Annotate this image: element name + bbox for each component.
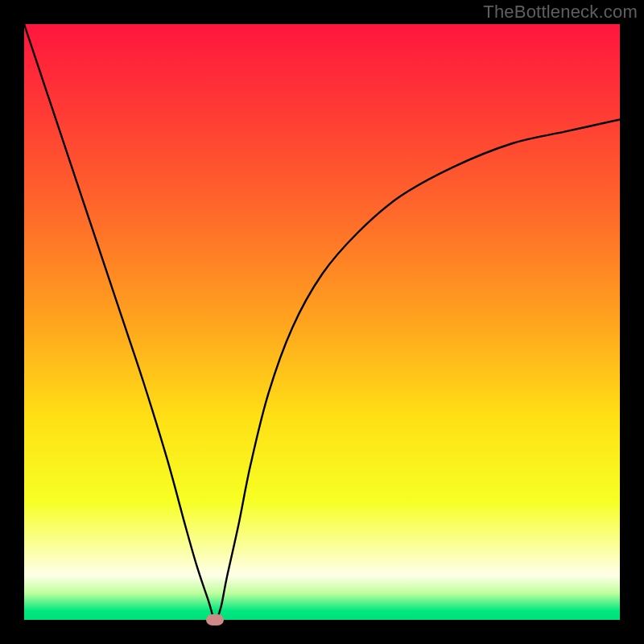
plot-area bbox=[24, 24, 620, 620]
plot-svg bbox=[24, 24, 620, 620]
attribution-text: TheBottleneck.com bbox=[483, 2, 638, 23]
chart-frame: TheBottleneck.com bbox=[0, 0, 644, 644]
gradient-background bbox=[24, 24, 620, 620]
optimal-point-marker bbox=[206, 614, 224, 625]
